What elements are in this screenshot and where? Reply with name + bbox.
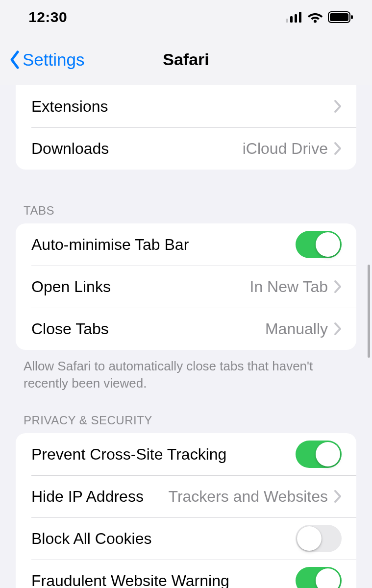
chevron-right-icon [334, 142, 342, 155]
auto-minimise-toggle[interactable] [296, 231, 342, 258]
svg-point-4 [314, 20, 317, 23]
auto-minimise-label: Auto-minimise Tab Bar [31, 236, 189, 254]
back-button[interactable]: Settings [0, 50, 84, 70]
open-links-value: In New Tab [250, 278, 328, 296]
safari-settings-screen: 12:30 Settings [0, 0, 372, 588]
block-cookies-row[interactable]: Block All Cookies [16, 517, 356, 560]
hide-ip-label: Hide IP Address [31, 488, 144, 506]
svg-rect-7 [351, 15, 353, 19]
downloads-row[interactable]: Downloads iCloud Drive [16, 127, 356, 170]
fraudulent-row[interactable]: Fraudulent Website Warning [16, 560, 356, 588]
chevron-right-icon [334, 322, 342, 336]
open-links-label: Open Links [31, 278, 111, 296]
scroll-indicator[interactable] [368, 265, 370, 358]
chevron-right-icon [334, 490, 342, 503]
close-tabs-label: Close Tabs [31, 320, 109, 338]
extensions-row[interactable]: Extensions [16, 85, 356, 127]
downloads-value: iCloud Drive [243, 140, 328, 158]
tabs-section-footer: Allow Safari to automatically close tabs… [24, 358, 348, 392]
cellular-signal-icon [286, 12, 302, 23]
open-links-row[interactable]: Open Links In New Tab [16, 266, 356, 308]
hide-ip-row[interactable]: Hide IP Address Trackers and Websites [16, 475, 356, 517]
svg-rect-0 [286, 19, 288, 23]
prevent-tracking-toggle[interactable] [296, 441, 342, 468]
auto-minimise-row[interactable]: Auto-minimise Tab Bar [16, 223, 356, 266]
downloads-label: Downloads [31, 140, 109, 158]
tabs-group: Auto-minimise Tab Bar Open Links In New … [16, 223, 356, 350]
svg-rect-2 [295, 14, 297, 23]
status-bar: 12:30 [0, 0, 372, 34]
block-cookies-toggle[interactable] [296, 525, 342, 552]
tabs-section-header: TABS [24, 204, 348, 218]
close-tabs-value: Manually [265, 320, 328, 338]
close-tabs-row[interactable]: Close Tabs Manually [16, 308, 356, 350]
back-label: Settings [23, 50, 84, 70]
chevron-right-icon [334, 99, 342, 113]
chevron-left-icon [9, 50, 21, 70]
hide-ip-value: Trackers and Websites [169, 488, 328, 506]
wifi-icon [307, 11, 323, 23]
prevent-tracking-row[interactable]: Prevent Cross-Site Tracking [16, 433, 356, 475]
battery-icon [328, 11, 353, 23]
prevent-tracking-label: Prevent Cross-Site Tracking [31, 445, 226, 464]
status-time: 12:30 [28, 9, 67, 25]
nav-header: Settings Safari [0, 34, 372, 85]
general-group: Extensions Downloads iCloud Drive [16, 85, 356, 170]
privacy-group: Prevent Cross-Site Tracking Hide IP Addr… [16, 433, 356, 588]
status-icons [286, 11, 353, 23]
svg-rect-1 [290, 16, 293, 23]
fraudulent-label: Fraudulent Website Warning [31, 572, 229, 588]
chevron-right-icon [334, 280, 342, 294]
privacy-section-header: PRIVACY & SECURITY [24, 414, 348, 427]
svg-rect-6 [330, 13, 348, 21]
fraudulent-toggle[interactable] [296, 567, 342, 588]
svg-rect-3 [299, 12, 301, 23]
extensions-label: Extensions [31, 98, 108, 116]
page-title: Safari [163, 50, 209, 69]
block-cookies-label: Block All Cookies [31, 530, 151, 548]
